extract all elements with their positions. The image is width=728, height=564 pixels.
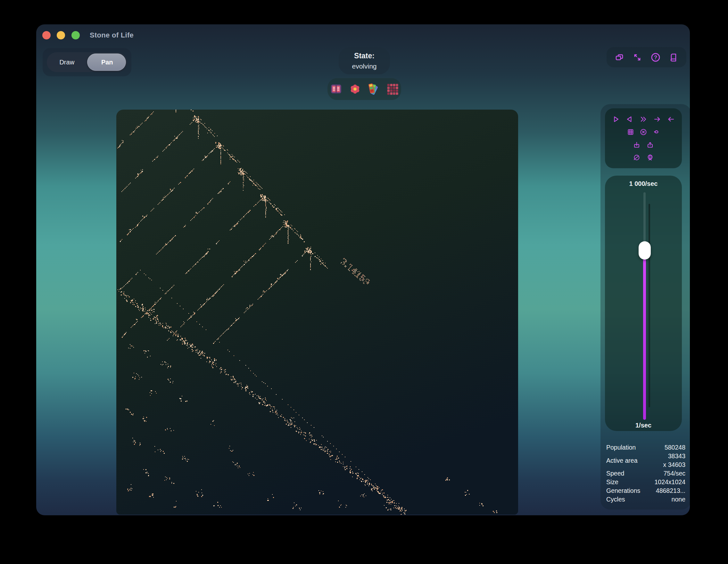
stat-generations: Generations 4868213... [606,486,685,495]
stat-label: Population [606,444,636,451]
stat-value: 754/sec [664,470,685,477]
state-capsule: State: evolving [339,47,390,74]
help-button[interactable]: ? [650,52,661,63]
flower-pattern-button[interactable] [348,82,362,96]
slider-track-shadow [649,204,650,407]
stat-cycles: Cycles none [606,495,685,504]
grid-pattern-button[interactable] [386,82,399,96]
close-button[interactable] [42,31,51,39]
stat-active-area: Active area 38343 x 34603 [606,452,685,469]
mode-option-pan[interactable]: Pan [87,52,128,72]
play-icon [612,115,620,123]
stat-label: Generations [606,487,640,494]
import-button[interactable] [633,141,641,149]
book-ledger-icon [330,83,342,95]
minimize-button[interactable] [57,31,65,39]
jump-back-button[interactable] [667,115,675,123]
book-icon [669,53,678,62]
slider-track-fill[interactable] [643,259,646,420]
stat-population: Population 580248 [606,443,685,452]
copy-windows-icon [615,53,624,62]
stat-value: 38343 x 34603 [663,452,685,469]
resize-diagonal-icon [633,53,642,62]
draw-off-button[interactable] [633,154,641,162]
window-actions-panel: ? [607,47,686,67]
export-icon [646,141,654,149]
play-button[interactable] [612,115,620,123]
state-value: evolving [352,62,376,70]
grid-toggle-button[interactable] [627,128,634,136]
undo-arrow-icon [652,128,660,136]
stat-label: Size [606,478,618,486]
flower-icon [349,83,361,95]
stat-value-line1: 38343 [668,452,685,460]
app-window: Stone of Life Draw Pan State: evolving [36,24,690,515]
pencil-slash-circle-icon [633,154,641,162]
stat-label: Cycles [606,496,625,503]
life-universe-canvas[interactable] [116,110,518,515]
stat-label: Active area [606,457,638,464]
stat-value: 1024x1024 [654,478,685,486]
globe-icon [646,154,654,162]
mode-toggle-panel: Draw Pan [43,48,131,76]
color-swatches-icon [368,83,380,95]
new-window-button[interactable] [614,52,625,63]
speed-slider-panel: 1 000/sec 1/sec [605,176,682,431]
jump-forward-button[interactable] [653,115,661,123]
palette-button[interactable] [367,82,380,96]
slider-track-upper[interactable] [643,192,646,242]
window-title: Stone of Life [90,31,134,39]
web-button[interactable] [646,154,654,162]
slider-min-label: 1/sec [605,422,682,429]
mode-option-draw[interactable]: Draw [47,52,87,72]
zoom-button[interactable] [71,31,80,39]
step-back-button[interactable] [626,115,633,123]
pattern-buttons-panel [327,78,401,100]
arrow-left-icon [667,115,675,123]
mode-segmented-control[interactable]: Draw Pan [47,52,127,72]
arrow-right-icon [653,115,661,123]
stats-panel: Population 580248 Active area 38343 x 34… [606,443,685,504]
double-chevron-icon [640,115,647,123]
undo-button[interactable] [652,128,660,136]
stat-size: Size 1024x1024 [606,478,685,486]
slider-thumb[interactable] [639,241,651,260]
clear-button[interactable] [640,128,647,136]
grid-icon [627,128,634,136]
import-icon [633,141,641,149]
sidebar: 1 000/sec 1/sec Population 580248 Active… [600,104,690,510]
state-label: State: [354,52,375,60]
manual-button[interactable] [668,52,679,63]
stat-value: none [672,496,685,503]
svg-text:?: ? [654,54,657,60]
stat-value-line2: x 34603 [663,461,685,468]
cell-grid-icon [386,83,399,95]
fast-forward-button[interactable] [640,115,647,123]
playback-controls-panel [605,108,682,168]
x-circle-icon [640,128,647,136]
export-button[interactable] [646,141,654,149]
reverse-icon [626,115,633,123]
stat-speed: Speed 754/sec [606,469,685,478]
lexicon-button[interactable] [329,82,343,96]
stat-value: 4868213... [656,487,685,494]
slider-max-label: 1 000/sec [605,180,682,187]
stat-value: 580248 [665,444,685,451]
question-circle-icon: ? [650,52,661,62]
stat-label: Speed [606,470,624,477]
expand-button[interactable] [632,52,643,63]
